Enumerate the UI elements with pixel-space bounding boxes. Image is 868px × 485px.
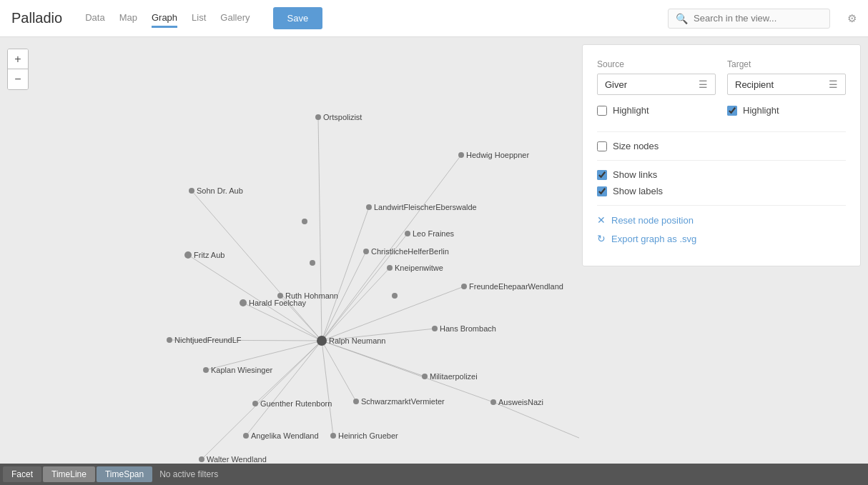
edge-line [192, 191, 322, 341]
edge-line [318, 117, 322, 341]
zoom-out-button[interactable]: − [8, 69, 28, 89]
node-label: ChristlicheHelferBerlin [371, 247, 449, 256]
node-circle [189, 188, 194, 194]
zoom-controls: + − [7, 49, 29, 90]
timeline-button[interactable]: TimeLine [43, 466, 95, 482]
node-circle [310, 260, 315, 266]
graph-node[interactable]: Walter Wendland [199, 455, 267, 464]
node-circle [277, 293, 283, 299]
facet-button[interactable]: Facet [3, 466, 41, 482]
graph-node[interactable]: LandwirtFleischerEberswalde [366, 203, 477, 211]
graph-node[interactable]: NichtjuedFreundLF [167, 336, 242, 344]
show-links-label[interactable]: Show links [613, 169, 657, 180]
nodes-group[interactable]: OrtspolizistHedwig HoeppnerSohn Dr. AubL… [167, 113, 579, 485]
node-circle [167, 337, 172, 343]
search-input[interactable] [694, 13, 822, 24]
edge-line [322, 207, 369, 341]
show-labels-checkbox[interactable] [597, 186, 607, 196]
nav-gallery[interactable]: Gallery [220, 9, 250, 28]
node-label: Harald Foelchay [249, 299, 307, 307]
nav-list[interactable]: List [192, 9, 206, 28]
graph-node[interactable]: Sohn Dr. Aub [189, 186, 243, 195]
size-nodes-checkbox[interactable] [597, 141, 607, 151]
source-dropdown-icon: ☰ [699, 79, 708, 90]
node-label: NichtjuedFreundLF [174, 336, 242, 344]
graph-node[interactable]: Militaerpolizei [422, 372, 478, 381]
graph-node[interactable]: Leo Fraines [405, 229, 455, 238]
graph-node[interactable]: Hans Brombach [432, 324, 496, 333]
graph-node[interactable]: FreundeEhepaarWendland [461, 282, 563, 291]
graph-area[interactable]: + − OrtspolizistHedwig HoeppnerSohn Dr. … [0, 37, 579, 485]
node-label: Ortspolizist [323, 113, 362, 121]
nav-graph[interactable]: Graph [152, 9, 177, 28]
timespan-button[interactable]: TimeSpan [97, 466, 152, 482]
nav-map[interactable]: Map [119, 9, 137, 28]
graph-node[interactable]: Kneipenwitwe [387, 264, 443, 272]
edge-line [322, 341, 493, 402]
graph-node[interactable]: Kaplan Wiesinger [203, 366, 273, 374]
node-label: SchwarzmarktVermieter [361, 397, 445, 406]
highlight-source-checkbox-row: Highlight [597, 105, 716, 116]
highlight-target-label[interactable]: Highlight [743, 105, 779, 116]
graph-node[interactable]: Fritz Aub [184, 251, 225, 259]
nav-data[interactable]: Data [85, 9, 104, 28]
show-links-checkbox[interactable] [597, 170, 607, 180]
graph-node[interactable]: AusweisNazi [490, 398, 543, 406]
node-circle [199, 456, 204, 462]
target-value: Recipient [735, 79, 774, 90]
highlight-target-checkbox[interactable] [727, 106, 737, 116]
reset-label: Reset node position [611, 215, 694, 226]
edge-line [322, 341, 333, 436]
highlight-source-checkbox[interactable] [597, 106, 607, 116]
graph-node[interactable]: Angelika Wendland [243, 431, 319, 440]
main-nav: Data Map Graph List Gallery [85, 9, 250, 28]
graph-node[interactable]: Hedwig Hoeppner [458, 151, 529, 159]
node-label: LandwirtFleischerEberswalde [374, 203, 477, 211]
graph-node[interactable] [302, 219, 307, 224]
node-label: Militaerpolizei [430, 372, 478, 381]
node-circle [432, 326, 438, 331]
edge-line [322, 268, 390, 341]
search-icon: 🔍 [676, 13, 688, 24]
graph-node[interactable]: ChristlicheHelferBerlin [363, 247, 449, 256]
save-button[interactable]: Save [273, 7, 323, 29]
graph-node[interactable]: Ralph Neumann [317, 336, 386, 346]
edge-line [493, 402, 579, 456]
source-select[interactable]: Giver ☰ [597, 74, 716, 95]
reset-node-position-link[interactable]: ✕ Reset node position [597, 214, 846, 226]
node-label: Hedwig Hoeppner [466, 151, 529, 159]
node-circle [240, 299, 247, 306]
node-label: Kneipenwitwe [395, 264, 443, 272]
graph-node[interactable]: Ortspolizist [315, 113, 362, 121]
node-label: FreundeEhepaarWendland [469, 282, 563, 291]
node-label: Kaplan Wiesinger [211, 366, 273, 374]
edge-line [246, 341, 322, 436]
size-nodes-row: Size nodes [597, 141, 846, 151]
highlight-target-checkbox-row: Highlight [727, 105, 846, 116]
show-links-row: Show links [597, 169, 846, 180]
side-panel: Source Giver ☰ Target Recipient ☰ Highli… [582, 44, 861, 266]
node-label: Leo Fraines [413, 229, 455, 238]
highlight-target-col: Highlight [727, 105, 846, 121]
node-label: Hans Brombach [440, 324, 496, 333]
highlight-source-label[interactable]: Highlight [613, 105, 649, 116]
graph-svg: OrtspolizistHedwig HoeppnerSohn Dr. AubL… [0, 37, 579, 485]
target-select[interactable]: Recipient ☰ [727, 74, 846, 95]
show-labels-label[interactable]: Show labels [613, 186, 663, 196]
graph-node[interactable] [310, 260, 315, 266]
zoom-in-button[interactable]: + [8, 49, 28, 69]
edge-line [243, 303, 322, 341]
node-circle [405, 231, 410, 236]
size-nodes-label[interactable]: Size nodes [613, 141, 659, 151]
export-svg-link[interactable]: ↻ Export graph as .svg [597, 233, 846, 244]
app-logo: Palladio [11, 10, 62, 26]
graph-node[interactable]: Harald Foelchay [240, 299, 307, 307]
settings-icon[interactable]: ⚙ [847, 12, 857, 25]
node-circle [243, 433, 249, 439]
node-circle [203, 367, 209, 373]
graph-node[interactable]: Heinrich Grueber [330, 431, 398, 440]
graph-node[interactable]: Guenther Rutenborn [252, 399, 332, 408]
divider-1 [597, 131, 846, 132]
graph-node[interactable]: SchwarzmarktVermieter [353, 397, 445, 406]
graph-node[interactable] [392, 293, 398, 299]
